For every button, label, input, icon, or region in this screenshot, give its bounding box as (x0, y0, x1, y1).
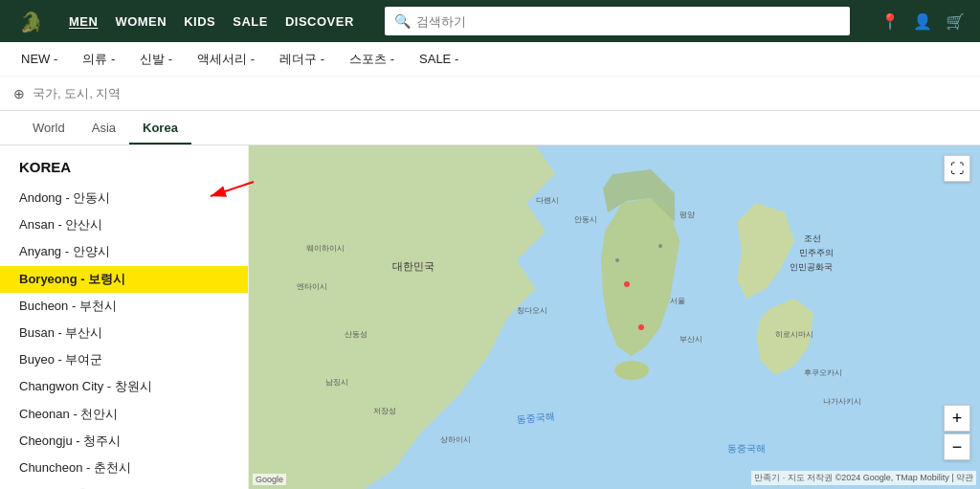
fullscreen-icon: ⛶ (950, 161, 964, 176)
nav-men[interactable]: MEN (69, 14, 98, 29)
svg-text:다롄시: 다롄시 (536, 196, 559, 205)
svg-point-14 (615, 258, 619, 262)
svg-text:칭다오시: 칭다오시 (517, 306, 547, 315)
svg-text:히로시마시: 히로시마시 (775, 330, 813, 339)
nav-sports[interactable]: 스포츠 - (347, 51, 396, 68)
svg-point-15 (658, 244, 662, 248)
account-icon[interactable]: 👤 (913, 12, 932, 31)
svg-point-12 (624, 281, 630, 287)
location-pin-icon: ⊕ (13, 86, 25, 101)
content-area: KOREA Andong - 안동시Ansan - 안산시Anyang - 안양… (0, 145, 980, 489)
city-list-item[interactable]: Boryeong - 보령시 (0, 266, 248, 293)
svg-text:인민공화국: 인민공화국 (790, 262, 833, 272)
svg-text:남징시: 남징시 (325, 378, 348, 387)
map-svg: 대한민국 조선 민주주의 인민공화국 동중국해 동중국해 웨이하이시 엔타이시 … (249, 145, 980, 489)
logo[interactable]: 🐊 (15, 4, 50, 38)
nav-discover[interactable]: DISCOVER (285, 14, 354, 29)
map-fullscreen-button[interactable]: ⛶ (944, 155, 970, 182)
map-area: 대한민국 조선 민주주의 인민공화국 동중국해 동중국해 웨이하이시 엔타이시 … (249, 145, 980, 489)
google-logo: Google (253, 474, 286, 485)
nav-accessories[interactable]: 액세서리 - (195, 51, 256, 68)
city-list-item[interactable]: Chuncheon - 춘천시 (0, 455, 248, 481)
city-list: Andong - 안동시Ansan - 안산시Anyang - 안양시Borye… (0, 185, 248, 489)
nav-new[interactable]: NEW - (19, 52, 59, 66)
location-icon[interactable]: 📍 (880, 12, 900, 31)
svg-text:서울: 서울 (670, 297, 685, 305)
city-list-item[interactable]: Buyeo - 부여군 (0, 346, 248, 373)
main-nav-links: MEN WOMEN KIDS SALE DISCOVER (69, 14, 354, 29)
svg-point-13 (638, 324, 644, 330)
city-list-item[interactable]: Cheonan - 천안시 (0, 401, 248, 428)
region-title: KOREA (0, 155, 248, 185)
svg-text:조선: 조선 (804, 233, 821, 243)
nav-leather[interactable]: 레더구 - (278, 51, 326, 68)
location-bar: ⊕ (0, 77, 980, 111)
svg-point-5 (614, 361, 649, 380)
svg-text:평양: 평양 (679, 211, 695, 219)
svg-text:저장성: 저장성 (373, 407, 396, 415)
svg-text:🐊: 🐊 (19, 11, 43, 33)
zoom-in-button[interactable]: + (944, 405, 970, 432)
tab-world[interactable]: World (19, 113, 78, 144)
city-list-item[interactable]: Cheongju - 청주시 (0, 428, 248, 455)
svg-text:상하이시: 상하이시 (440, 435, 471, 444)
city-list-item[interactable]: Busan - 부산시 (0, 320, 248, 346)
city-list-item[interactable]: Ansan - 안산시 (0, 211, 248, 238)
nav-sale[interactable]: SALE - (417, 52, 460, 66)
city-list-item[interactable]: Changwon City - 창원시 (0, 373, 248, 400)
search-icon: 🔍 (394, 13, 411, 29)
svg-text:민주주의: 민주주의 (799, 248, 834, 257)
svg-text:대한민국: 대한민국 (392, 260, 434, 272)
location-input[interactable] (33, 86, 967, 100)
city-list-item[interactable]: Chungju - 충주시 (0, 481, 248, 489)
svg-text:산동성: 산동성 (345, 330, 368, 339)
svg-text:웨이하이시: 웨이하이시 (306, 244, 345, 253)
map-zoom-controls: + − (944, 405, 970, 460)
map-attribution: 만족기 · 지도 저작권 ©2024 Google, TMap Mobility… (751, 471, 976, 485)
top-nav-icons: 📍 👤 🛒 (880, 12, 965, 31)
region-tabs: World Asia Korea (0, 111, 980, 145)
cart-icon[interactable]: 🛒 (946, 12, 965, 31)
search-bar[interactable]: 🔍 (385, 7, 850, 35)
svg-text:나가사키시: 나가사키시 (823, 397, 861, 406)
nav-shoes[interactable]: 신발 - (138, 51, 174, 68)
search-input[interactable] (416, 14, 840, 29)
nav-sale[interactable]: SALE (233, 14, 268, 29)
zoom-out-button[interactable]: − (944, 433, 970, 460)
nav-kids[interactable]: KIDS (184, 14, 215, 29)
svg-text:부산시: 부산시 (679, 335, 702, 344)
tab-asia[interactable]: Asia (78, 113, 129, 144)
second-navigation: NEW - 의류 - 신발 - 액세서리 - 레더구 - 스포츠 - SALE … (0, 42, 980, 77)
nav-clothing[interactable]: 의류 - (80, 51, 117, 68)
top-navigation: 🐊 MEN WOMEN KIDS SALE DISCOVER 🔍 📍 👤 🛒 (0, 0, 980, 42)
tab-korea[interactable]: Korea (129, 113, 191, 144)
svg-text:동중국해: 동중국해 (727, 443, 766, 454)
city-list-item[interactable]: Bucheon - 부천시 (0, 293, 248, 320)
svg-text:엔타이시: 엔타이시 (297, 282, 327, 291)
nav-women[interactable]: WOMEN (115, 14, 167, 29)
svg-text:안동시: 안동시 (574, 215, 597, 224)
city-list-panel: KOREA Andong - 안동시Ansan - 안산시Anyang - 안양… (0, 145, 249, 489)
city-list-item[interactable]: Andong - 안동시 (0, 185, 248, 211)
svg-text:후쿠오카시: 후쿠오카시 (804, 368, 842, 377)
city-list-item[interactable]: Anyang - 안양시 (0, 238, 248, 265)
